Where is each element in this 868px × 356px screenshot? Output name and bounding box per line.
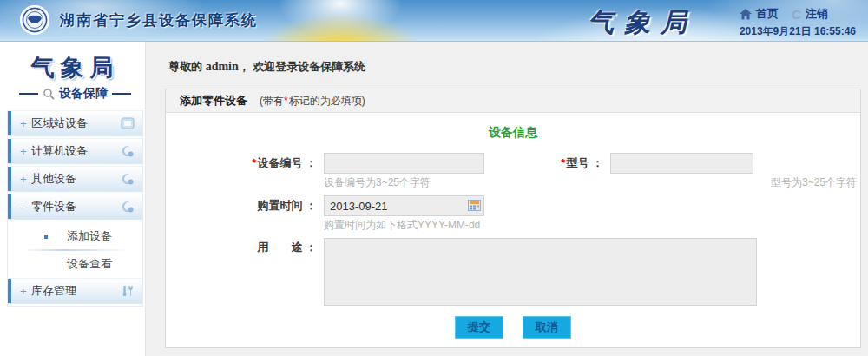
sidebar-logo-title: 气象局 bbox=[7, 52, 143, 83]
tools-icon bbox=[122, 285, 135, 297]
device-no-hint: 设备编号为3~25个字符 bbox=[324, 175, 645, 190]
bureau-title: 气象局 bbox=[564, 5, 720, 41]
sidebar-logo-subtitle: 设备保障 bbox=[59, 86, 108, 102]
sidebar-item-inventory[interactable]: + 库存管理 bbox=[8, 278, 142, 304]
cancel-button[interactable]: 取消 bbox=[523, 316, 571, 339]
usage-textarea[interactable] bbox=[324, 238, 757, 306]
form-row-3: 用 途 ： bbox=[166, 238, 860, 306]
note-close: 标记的为必填项) bbox=[289, 95, 365, 107]
header-datetime: 2013年9月21日 16:55:46 bbox=[740, 24, 856, 39]
sidebar-item-computer[interactable]: + 计算机设备 bbox=[8, 138, 142, 164]
monitor-icon bbox=[121, 117, 135, 129]
sidebar-logo: 气象局 设备保障 bbox=[7, 42, 143, 110]
page: 湖南省宁乡县设备保障系统 气象局 首页 C 注销 2013年9月21日 16:5… bbox=[0, 0, 868, 356]
purchase-date-hint: 购置时间为如下格式YYYY-MM-dd bbox=[324, 218, 645, 233]
hint-row-1: 设备编号为3~25个字符 型号为3~25个字符 bbox=[166, 175, 860, 190]
emblem-logo-icon bbox=[19, 4, 50, 36]
body: 气象局 设备保障 + 区域站设备 bbox=[0, 42, 868, 356]
welcome-greeting: 尊敬的 bbox=[168, 60, 202, 73]
submit-button[interactable]: 提交 bbox=[455, 316, 503, 339]
device-no-label: *设备编号 ： bbox=[166, 155, 324, 171]
submenu-divider bbox=[22, 249, 128, 251]
required-note: (带有*标记的为必填项) bbox=[260, 94, 365, 109]
section-title: 设备信息 bbox=[166, 125, 860, 141]
device-icon bbox=[121, 201, 135, 213]
sidebar-item-label: 零件设备 bbox=[31, 199, 121, 214]
sidebar-item-label: 库存管理 bbox=[31, 283, 122, 299]
sidebar-logo-subtitle-row: 设备保障 bbox=[7, 86, 143, 102]
required-star: * bbox=[252, 156, 256, 169]
model-hint: 型号为3~25个字符 bbox=[771, 175, 857, 190]
model-label: *型号 ： bbox=[484, 155, 610, 171]
sidebar-subitem-view-device[interactable]: 设备查看 bbox=[8, 254, 142, 274]
panel-title: 添加零件设备 bbox=[180, 93, 247, 109]
sidebar: 气象局 设备保障 + 区域站设备 bbox=[0, 42, 146, 356]
expand-prefix: + bbox=[20, 285, 31, 298]
expand-prefix: + bbox=[20, 117, 31, 130]
usage-label: 用 途 ： bbox=[166, 238, 324, 255]
welcome-message: 尊敬的 admin， 欢迎登录设备保障系统 bbox=[165, 42, 861, 75]
note-open: (带有 bbox=[260, 95, 284, 107]
device-no-input[interactable] bbox=[324, 153, 484, 174]
sidebar-submenu-parts: 添加设备 设备查看 bbox=[8, 221, 142, 278]
top-header: 湖南省宁乡县设备保障系统 气象局 首页 C 注销 2013年9月21日 16:5… bbox=[0, 0, 868, 42]
logout-link[interactable]: 注销 bbox=[806, 6, 828, 22]
top-nav: 首页 C 注销 2013年9月21日 16:55:46 bbox=[740, 6, 856, 39]
device-icon bbox=[121, 173, 135, 185]
purchase-date-field bbox=[324, 195, 484, 216]
main-content: 尊敬的 admin， 欢迎登录设备保障系统 添加零件设备 (带有*标记的为必填项… bbox=[146, 42, 868, 356]
panel-body: 设备信息 *设备编号 ： *型号 ： 设备编号为3~25个字符 型号为3~25个… bbox=[166, 113, 860, 347]
system-title: 湖南省宁乡县设备保障系统 bbox=[60, 10, 258, 30]
sidebar-item-label: 其他设备 bbox=[31, 171, 121, 187]
form-row-2: 购置时间 ： bbox=[166, 195, 860, 216]
hint-row-2: 购置时间为如下格式YYYY-MM-dd bbox=[166, 218, 860, 233]
divider bbox=[19, 93, 38, 95]
brand: 湖南省宁乡县设备保障系统 bbox=[19, 4, 258, 36]
sidebar-item-label: 区域站设备 bbox=[31, 115, 121, 131]
sidebar-subitem-label: 设备查看 bbox=[67, 257, 112, 270]
divider bbox=[112, 93, 131, 95]
required-star: * bbox=[284, 95, 288, 107]
sidebar-subitem-add-device[interactable]: 添加设备 bbox=[8, 226, 142, 247]
collapse-prefix: - bbox=[20, 201, 31, 214]
panel-header: 添加零件设备 (带有*标记的为必填项) bbox=[166, 89, 860, 113]
sidebar-menu: + 区域站设备 + 计算机设备 + 其他设备 bbox=[7, 110, 143, 307]
welcome-text: ， 欢迎登录设备保障系统 bbox=[239, 60, 366, 73]
calendar-icon[interactable] bbox=[468, 200, 481, 211]
device-icon bbox=[121, 145, 135, 157]
required-star: * bbox=[561, 156, 565, 169]
expand-prefix: + bbox=[20, 173, 31, 186]
logout-icon: C bbox=[792, 7, 801, 22]
sidebar-item-parts[interactable]: - 零件设备 bbox=[8, 194, 142, 220]
model-input[interactable] bbox=[610, 153, 753, 174]
expand-prefix: + bbox=[20, 145, 31, 158]
username: admin bbox=[206, 60, 239, 73]
home-icon bbox=[740, 9, 752, 20]
sidebar-subitem-label: 添加设备 bbox=[67, 229, 112, 242]
home-link[interactable]: 首页 bbox=[756, 6, 779, 22]
purchase-date-input[interactable] bbox=[324, 195, 484, 216]
sidebar-item-other[interactable]: + 其他设备 bbox=[8, 166, 142, 192]
purchase-date-label: 购置时间 ： bbox=[166, 198, 324, 214]
active-bullet bbox=[44, 235, 48, 239]
magnifier-icon bbox=[43, 88, 55, 100]
form-row-1: *设备编号 ： *型号 ： bbox=[166, 153, 860, 174]
add-parts-panel: 添加零件设备 (带有*标记的为必填项) 设备信息 *设备编号 ： *型号 ： 设… bbox=[165, 89, 861, 348]
sidebar-item-regional-station[interactable]: + 区域站设备 bbox=[8, 110, 142, 136]
button-row: 提交 取消 bbox=[166, 316, 860, 339]
sidebar-item-label: 计算机设备 bbox=[31, 143, 121, 159]
